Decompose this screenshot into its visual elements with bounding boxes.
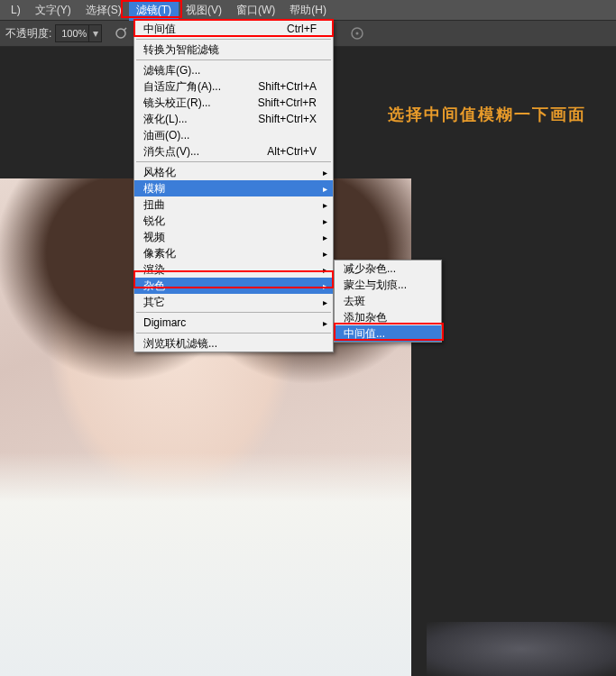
menu-item-window[interactable]: 窗口(W): [229, 0, 282, 21]
opacity-field[interactable]: ▾: [55, 24, 102, 42]
menu-adaptive-wide[interactable]: 自适应广角(A)...Shift+Ctrl+A: [134, 78, 333, 95]
submenu-add-noise[interactable]: 添加杂色: [335, 309, 441, 325]
menu-item-text[interactable]: 文字(Y): [28, 0, 78, 21]
menu-sharpen[interactable]: 锐化: [134, 213, 333, 229]
separator: [136, 333, 331, 333]
menu-other[interactable]: 其它: [134, 294, 333, 310]
menu-digimarc[interactable]: Digimarc: [134, 315, 333, 331]
submenu-reduce-noise[interactable]: 减少杂色...: [335, 260, 441, 277]
separator: [136, 161, 331, 162]
menu-vanishing-point[interactable]: 消失点(V)...Alt+Ctrl+V: [134, 143, 333, 160]
menu-browse-online[interactable]: 浏览联机滤镜...: [134, 335, 333, 352]
menu-item-view[interactable]: 视图(V): [179, 0, 229, 21]
submenu-despeckle[interactable]: 去斑: [335, 293, 441, 309]
thumbnail-preview: [427, 622, 616, 676]
svg-line-1: [124, 28, 126, 31]
opacity-input[interactable]: [56, 28, 88, 39]
opacity-label: 不透明度:: [5, 26, 51, 41]
menu-recent-filter[interactable]: 中间值Ctrl+F: [134, 21, 333, 37]
menu-distort[interactable]: 扭曲: [134, 196, 333, 213]
noise-submenu: 减少杂色... 蒙尘与划痕... 去斑 添加杂色 中间值...: [334, 260, 442, 343]
chevron-down-icon[interactable]: ▾: [88, 25, 101, 41]
menu-noise[interactable]: 杂色: [134, 278, 333, 294]
menu-lens-correction[interactable]: 镜头校正(R)...Shift+Ctrl+R: [134, 95, 333, 111]
menu-pixelate[interactable]: 像素化: [134, 245, 333, 261]
menu-render[interactable]: 渲染: [134, 261, 333, 278]
airbrush-icon[interactable]: [111, 23, 131, 43]
filter-menu-dropdown: 中间值Ctrl+F 转换为智能滤镜 滤镜库(G)... 自适应广角(A)...S…: [133, 20, 334, 352]
menu-blur[interactable]: 模糊: [134, 180, 333, 196]
separator: [136, 59, 331, 60]
menu-filter-gallery[interactable]: 滤镜库(G)...: [134, 62, 333, 78]
menu-oil-paint[interactable]: 油画(O)...: [134, 127, 333, 143]
menu-video[interactable]: 视频: [134, 229, 333, 245]
menu-stylize[interactable]: 风格化: [134, 164, 333, 180]
menu-item[interactable]: L): [4, 1, 28, 19]
menu-liquify[interactable]: 液化(L)...Shift+Ctrl+X: [134, 111, 333, 127]
separator: [136, 312, 331, 313]
menu-item-help[interactable]: 帮助(H): [282, 0, 334, 21]
submenu-dust-scratches[interactable]: 蒙尘与划痕...: [335, 277, 441, 293]
annotation-text: 选择中间值模糊一下画面: [388, 104, 586, 125]
separator: [136, 39, 331, 40]
target-icon[interactable]: [347, 23, 367, 43]
menu-item-filter[interactable]: 滤镜(T): [129, 0, 179, 21]
menu-convert-smart[interactable]: 转换为智能滤镜: [134, 41, 333, 58]
svg-point-3: [356, 32, 359, 35]
submenu-median[interactable]: 中间值...: [335, 325, 441, 342]
menu-bar: L) 文字(Y) 选择(S) 滤镜(T) 视图(V) 窗口(W) 帮助(H): [0, 0, 616, 20]
menu-item-select[interactable]: 选择(S): [78, 0, 129, 21]
